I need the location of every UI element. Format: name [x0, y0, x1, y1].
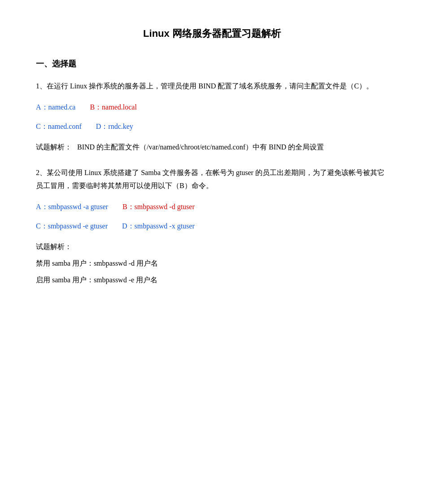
question-2: 2、某公司使用 Linux 系统搭建了 Samba 文件服务器，在帐号为 gtu…: [36, 167, 388, 287]
question-1-option-d: D：rndc.key: [96, 123, 133, 130]
question-2-analysis: 试题解析： 禁用 samba 用户：smbpasswd -d 用户名 启用 sa…: [36, 241, 388, 286]
question-1-analysis: 试题解析： BIND 的主配置文件（/var/named/chroot/etc/…: [36, 141, 388, 154]
question-2-analysis-label-text: 试题解析：: [36, 243, 72, 250]
question-1-analysis-text: 试题解析： BIND 的主配置文件（/var/named/chroot/etc/…: [36, 141, 388, 154]
question-2-option-c: C：smbpasswd -e gtuser: [36, 222, 108, 230]
question-1-options-row2: C：named.conf D：rndc.key: [36, 120, 388, 133]
question-2-options-row1: A：smbpasswd -a gtuser B：smbpasswd -d gtu…: [36, 201, 388, 214]
question-2-analysis-sub2: 启用 samba 用户：smbpasswd -e 用户名: [36, 274, 388, 287]
page-title: Linux 网络服务器配置习题解析: [36, 27, 388, 40]
question-1-options-row1: A：named.ca B：named.local: [36, 101, 388, 114]
question-2-option-b: B：smbpasswd -d gtuser: [122, 203, 195, 210]
question-2-options-row2: C：smbpasswd -e gtuser D：smbpasswd -x gtu…: [36, 220, 388, 233]
question-1-analysis-label: 试题解析：: [36, 143, 72, 151]
question-1-option-b: B：named.local: [90, 103, 136, 111]
question-1: 1、在运行 Linux 操作系统的服务器上，管理员使用 BIND 配置了域名系统…: [36, 80, 388, 154]
question-2-option-d: D：smbpasswd -x gtuser: [122, 222, 195, 230]
question-2-analysis-label: 试题解析：: [36, 241, 388, 254]
section-heading-1: 一、选择题: [36, 58, 388, 69]
question-2-option-a: A：smbpasswd -a gtuser: [36, 203, 108, 210]
question-1-analysis-content: BIND 的主配置文件（/var/named/chroot/etc/named.…: [77, 143, 324, 151]
question-2-analysis-sub1: 禁用 samba 用户：smbpasswd -d 用户名: [36, 257, 388, 270]
question-2-text: 2、某公司使用 Linux 系统搭建了 Samba 文件服务器，在帐号为 gtu…: [36, 167, 388, 193]
question-1-option-a: A：named.ca: [36, 103, 75, 111]
question-1-text: 1、在运行 Linux 操作系统的服务器上，管理员使用 BIND 配置了域名系统…: [36, 80, 388, 93]
question-1-option-c: C：named.conf: [36, 123, 82, 130]
